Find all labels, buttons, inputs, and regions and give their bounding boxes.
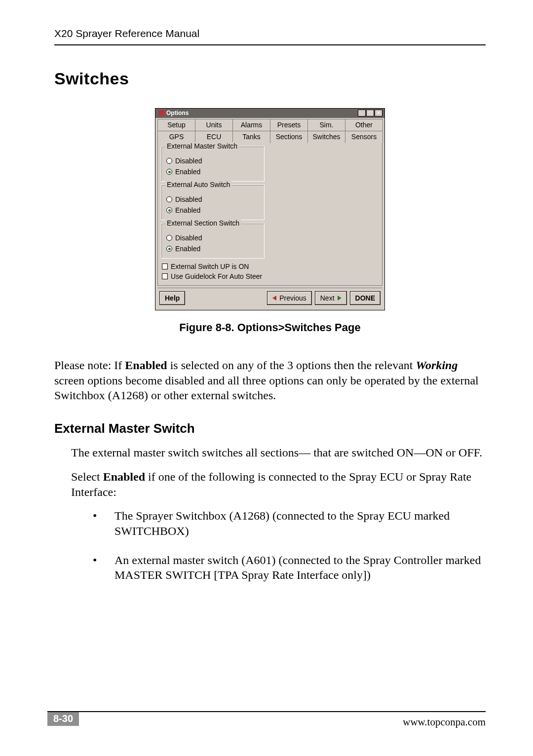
options-dialog: Options _ □ × Setup Units Alarms Presets… — [155, 108, 385, 310]
dialog-titlebar: Options _ □ × — [155, 109, 384, 118]
checkbox-icon — [162, 273, 168, 279]
checkbox-icon — [162, 264, 168, 269]
group-external-master: External Master Switch Disabled Enabled — [161, 146, 265, 182]
dialog-body: External Master Switch Disabled Enabled … — [157, 143, 382, 286]
radio-icon — [166, 246, 172, 252]
list-item: An external master switch (A601) (connec… — [93, 553, 486, 583]
section-title: Switches — [54, 69, 486, 88]
button-label: Previous — [279, 294, 306, 302]
radio-icon — [166, 196, 172, 202]
checkbox-use-guidelock[interactable]: Use Guidelock For Auto Steer — [161, 271, 379, 281]
button-label: DONE — [355, 294, 375, 302]
button-label: Next — [320, 294, 335, 302]
help-button[interactable]: Help — [159, 291, 185, 305]
ems-para-1: The external master switch switches all … — [71, 445, 486, 460]
radio-auto-enabled[interactable]: Enabled — [165, 205, 260, 216]
arrow-left-icon — [272, 296, 276, 301]
done-button[interactable]: DONE — [350, 291, 381, 305]
radio-auto-disabled[interactable]: Disabled — [165, 194, 260, 205]
dialog-button-bar: Help Previous Next DONE — [157, 288, 382, 308]
tab-other[interactable]: Other — [345, 119, 383, 131]
radio-label: Disabled — [175, 157, 202, 165]
radio-icon — [166, 235, 172, 241]
note-paragraph: Please note: If Enabled is selected on a… — [54, 358, 486, 403]
maximize-icon[interactable]: □ — [366, 110, 374, 116]
dialog-title-text: Options — [166, 110, 189, 116]
tab-gps[interactable]: GPS — [157, 131, 195, 143]
button-label: Help — [165, 294, 180, 302]
ems-para-2: Select Enabled if one of the following i… — [71, 469, 486, 499]
radio-icon — [166, 207, 172, 213]
tab-switches[interactable]: Switches — [307, 131, 345, 143]
footer-url: www.topconpa.com — [403, 716, 486, 728]
tab-setup[interactable]: Setup — [157, 119, 195, 131]
checkbox-switch-up[interactable]: External Switch UP is ON — [161, 262, 379, 271]
page-footer: 8-30 www.topconpa.com — [47, 711, 486, 728]
radio-master-disabled[interactable]: Disabled — [165, 155, 260, 166]
radio-section-disabled[interactable]: Disabled — [165, 232, 260, 243]
checkbox-label: External Switch UP is ON — [171, 263, 249, 270]
close-icon[interactable]: × — [375, 110, 382, 116]
doc-header: X20 Sprayer Reference Manual — [54, 28, 486, 45]
figure-caption: Figure 8-8. Options>Switches Page — [54, 321, 486, 334]
radio-label: Enabled — [175, 245, 200, 253]
radio-label: Enabled — [175, 168, 200, 176]
tab-alarms[interactable]: Alarms — [232, 119, 270, 131]
tab-ecu[interactable]: ECU — [195, 131, 233, 143]
radio-label: Disabled — [175, 234, 202, 242]
previous-button[interactable]: Previous — [267, 291, 311, 305]
list-item: The Sprayer Switchbox (A1268) (connected… — [93, 508, 486, 538]
radio-icon — [166, 169, 172, 175]
tab-sensors[interactable]: Sensors — [345, 131, 383, 143]
tab-presets[interactable]: Presets — [270, 119, 308, 131]
app-icon — [158, 110, 164, 116]
group-external-section: External Section Switch Disabled Enabled — [161, 223, 265, 259]
next-button[interactable]: Next — [315, 291, 347, 305]
group-legend: External Master Switch — [165, 142, 239, 150]
page-number: 8-30 — [47, 712, 79, 726]
screenshot-figure: Options _ □ × Setup Units Alarms Presets… — [54, 108, 486, 310]
radio-master-enabled[interactable]: Enabled — [165, 166, 260, 177]
tab-sections[interactable]: Sections — [270, 131, 308, 143]
bullet-list: The Sprayer Switchbox (A1268) (connected… — [93, 508, 486, 583]
subsection-title: External Master Switch — [54, 421, 486, 436]
radio-icon — [166, 158, 172, 164]
minimize-icon[interactable]: _ — [358, 110, 366, 116]
group-external-auto: External Auto Switch Disabled Enabled — [161, 185, 265, 220]
radio-label: Enabled — [175, 206, 200, 214]
group-legend: External Auto Switch — [165, 181, 231, 189]
tab-sim[interactable]: Sim. — [307, 119, 345, 131]
arrow-right-icon — [338, 296, 342, 301]
group-legend: External Section Switch — [165, 219, 241, 227]
radio-section-enabled[interactable]: Enabled — [165, 243, 260, 254]
radio-label: Disabled — [175, 195, 202, 203]
checkbox-label: Use Guidelock For Auto Steer — [171, 272, 262, 280]
tab-units[interactable]: Units — [195, 119, 233, 131]
tab-tanks[interactable]: Tanks — [232, 131, 270, 143]
